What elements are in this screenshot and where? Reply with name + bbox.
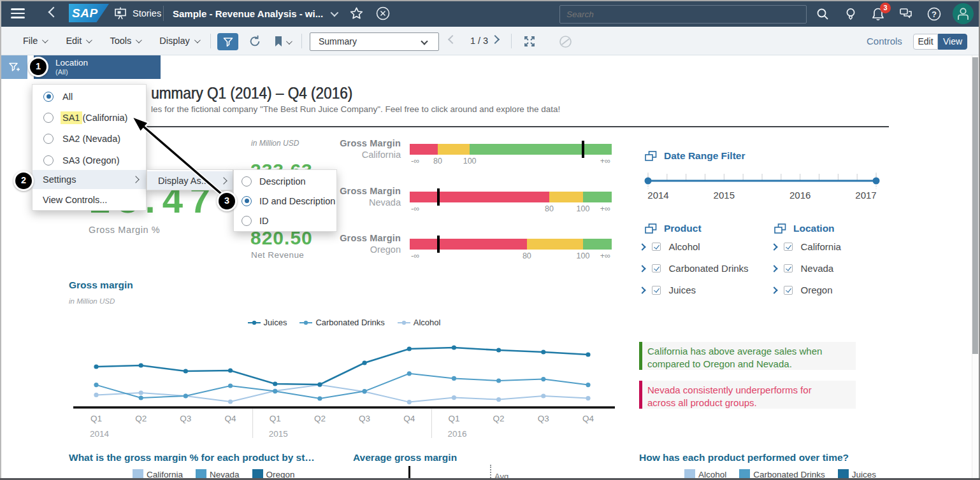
legend-item-oregon[interactable]: Oregon <box>252 469 295 480</box>
legend-item-juices[interactable]: Juices <box>838 469 876 480</box>
checkbox-checked[interactable] <box>784 243 793 251</box>
data-point[interactable] <box>496 397 501 402</box>
data-point[interactable] <box>407 400 412 404</box>
toolbar-menu-edit[interactable]: Edit <box>66 36 90 46</box>
toolbar-menu-tools[interactable]: Tools <box>110 36 140 46</box>
data-point[interactable] <box>184 369 188 373</box>
legend-item-alcohol[interactable]: Alcohol <box>684 469 726 480</box>
bullet-bar-oregon[interactable] <box>410 239 612 250</box>
data-point[interactable] <box>228 399 233 404</box>
search-input[interactable] <box>559 5 807 24</box>
expand-chevron-icon[interactable] <box>638 286 645 293</box>
radio-icon[interactable] <box>43 134 54 144</box>
close-circle-icon[interactable] <box>375 6 391 21</box>
checkbox-checked[interactable] <box>784 264 793 273</box>
data-point[interactable] <box>228 368 233 372</box>
profile-avatar[interactable] <box>953 3 974 24</box>
line-series-juices[interactable] <box>96 348 588 385</box>
data-point[interactable] <box>139 395 143 400</box>
menu-item-settings[interactable]: Settings <box>32 170 146 189</box>
data-point[interactable] <box>452 345 456 349</box>
expand-chevron-icon[interactable] <box>638 243 645 250</box>
legend-item-nevada[interactable]: Nevada <box>196 469 240 480</box>
expand-chevron-icon[interactable] <box>770 286 777 293</box>
bookmark-button[interactable] <box>270 33 287 50</box>
fullscreen-button[interactable] <box>521 33 538 50</box>
date-range-slider[interactable]: 2014201520162017 <box>640 166 889 205</box>
expand-chevron-icon[interactable] <box>638 265 645 272</box>
data-point[interactable] <box>586 352 590 356</box>
data-point[interactable] <box>452 395 456 400</box>
data-point[interactable] <box>362 389 366 393</box>
legend-item-california[interactable]: California <box>133 469 183 480</box>
menu-option-2[interactable]: SA1 (California) <box>32 107 146 128</box>
bullet-bar-nevada[interactable] <box>410 192 612 202</box>
menu-item-display-as[interactable]: Display As... <box>147 171 233 190</box>
refresh-button[interactable] <box>247 33 263 50</box>
title-chevron-down-icon[interactable] <box>331 8 339 17</box>
data-point[interactable] <box>541 393 545 398</box>
scrollbar[interactable] <box>972 55 979 479</box>
bookmark-chevron-icon[interactable] <box>286 38 292 45</box>
legend-item-carbonated-drinks[interactable]: Carbonated Drinks <box>739 469 825 480</box>
location-filter-title-label[interactable]: Location <box>793 223 835 234</box>
gross-margin-line-chart[interactable]: Q1Q2Q3Q4Q1Q2Q3Q4Q1Q2Q3Q4201420152016 <box>64 272 624 442</box>
checkbox-checked[interactable] <box>652 286 661 295</box>
toolbar-menu-display[interactable]: Display <box>159 36 199 46</box>
data-point[interactable] <box>541 377 545 381</box>
data-point[interactable] <box>407 371 412 376</box>
add-filter-button[interactable] <box>0 55 27 79</box>
radio-selected-icon[interactable] <box>241 196 252 206</box>
previous-page-icon[interactable] <box>448 35 457 44</box>
expand-chevron-icon[interactable] <box>770 243 777 250</box>
cancel-refresh-button[interactable] <box>557 33 573 50</box>
shell-story-title[interactable]: Sample - Revenue Analysis - wi... <box>173 8 323 19</box>
radio-icon[interactable] <box>241 216 252 226</box>
radio-selected-icon[interactable] <box>43 92 54 102</box>
favorite-star-icon[interactable] <box>349 6 364 22</box>
data-point[interactable] <box>94 393 98 397</box>
data-point[interactable] <box>94 383 98 387</box>
menu-option-1[interactable]: All <box>32 86 146 107</box>
checkbox-checked[interactable] <box>784 286 793 295</box>
date-range-filter-title-label[interactable]: Date Range Filter <box>664 150 745 162</box>
display-as-option-3[interactable]: ID <box>234 211 336 231</box>
data-point[interactable] <box>184 393 188 398</box>
slider-handle-end[interactable] <box>873 178 880 185</box>
data-point[interactable] <box>94 364 98 369</box>
product-filter-title-label[interactable]: Product <box>664 223 702 234</box>
data-point[interactable] <box>139 390 143 395</box>
menu-option-4[interactable]: SA3 (Oregon) <box>32 150 146 171</box>
checkbox-checked[interactable] <box>652 243 661 251</box>
stories-label[interactable]: Stories <box>133 8 161 18</box>
view-mode-button[interactable]: View <box>938 34 967 50</box>
data-point[interactable] <box>273 381 277 386</box>
page-selector[interactable]: Summary <box>310 32 439 51</box>
display-as-option-2[interactable]: ID and Description <box>234 191 336 211</box>
line-series-alcohol[interactable] <box>96 385 588 402</box>
edit-mode-button[interactable]: Edit <box>913 34 938 50</box>
radio-icon[interactable] <box>241 176 252 187</box>
hamburger-menu-icon[interactable] <box>11 8 25 18</box>
data-point[interactable] <box>496 378 501 383</box>
lightbulb-icon[interactable] <box>843 6 858 22</box>
filter-toggle-button[interactable] <box>217 33 238 50</box>
feedback-chat-icon[interactable] <box>898 6 914 22</box>
toolbar-menu-file[interactable]: File <box>23 36 47 46</box>
radio-icon[interactable] <box>43 113 54 123</box>
data-point[interactable] <box>452 376 456 381</box>
display-as-option-1[interactable]: Description <box>234 171 336 191</box>
scrollbar-thumb[interactable] <box>972 57 978 354</box>
controls-label[interactable]: Controls <box>867 36 905 46</box>
search-icon[interactable] <box>815 6 830 22</box>
expand-chevron-icon[interactable] <box>770 265 777 272</box>
data-point[interactable] <box>586 396 590 400</box>
back-icon[interactable] <box>48 7 59 18</box>
data-point[interactable] <box>228 383 233 388</box>
data-point[interactable] <box>273 389 277 393</box>
data-point[interactable] <box>586 383 590 387</box>
checkbox-checked[interactable] <box>652 264 661 273</box>
data-point[interactable] <box>317 396 322 400</box>
data-point[interactable] <box>139 363 143 367</box>
radio-icon[interactable] <box>43 155 54 166</box>
